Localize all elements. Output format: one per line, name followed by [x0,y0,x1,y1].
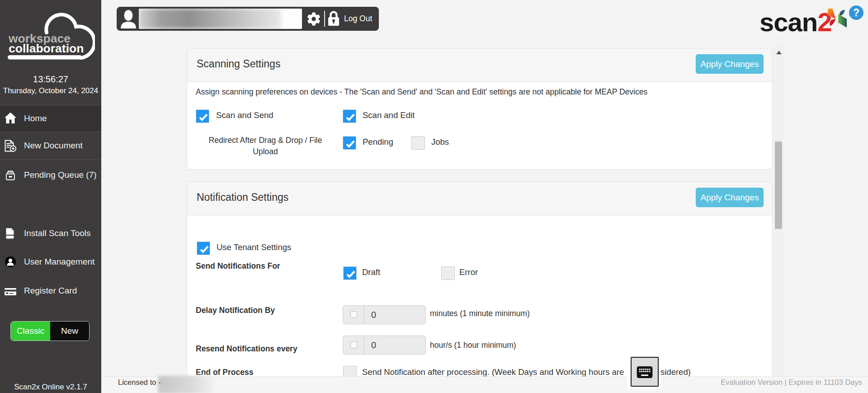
svg-text:collaboration: collaboration [9,42,84,55]
